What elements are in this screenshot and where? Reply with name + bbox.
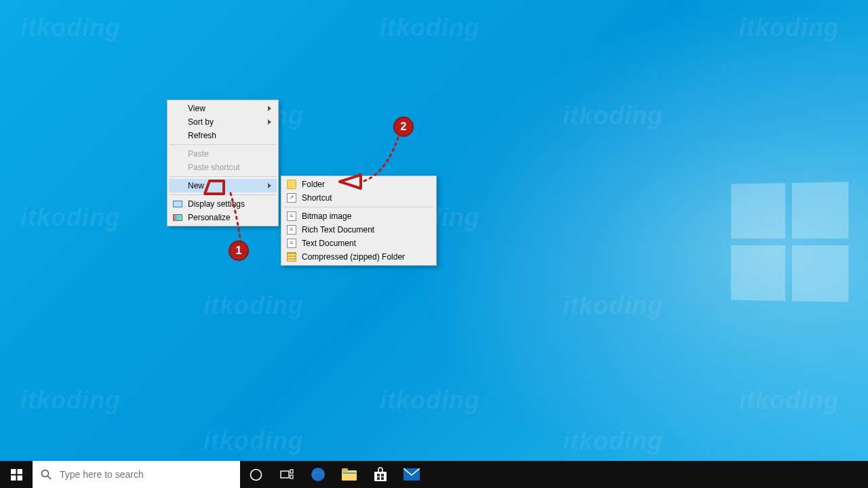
- chevron-right-icon: [268, 119, 271, 125]
- annotation-badge-1: 1: [229, 241, 249, 261]
- store-icon: [373, 467, 388, 482]
- svg-rect-8: [290, 470, 293, 473]
- taskbar: [0, 461, 868, 488]
- submenu-item-rtf[interactable]: Rich Text Document: [283, 223, 435, 237]
- shortcut-icon: [286, 192, 297, 203]
- chevron-right-icon: [268, 183, 271, 188]
- menu-item-label: Shortcut: [302, 193, 332, 203]
- menu-item-display-settings[interactable]: Display settings: [169, 197, 277, 211]
- menu-item-paste: Paste: [169, 147, 277, 161]
- annotation-badge-2: 2: [393, 117, 414, 137]
- svg-rect-11: [342, 470, 357, 481]
- taskbar-search[interactable]: [33, 461, 240, 488]
- svg-rect-14: [374, 472, 387, 481]
- personalize-icon: [172, 212, 183, 223]
- taskbar-app-explorer[interactable]: [334, 461, 365, 488]
- menu-item-sort-by[interactable]: Sort by: [169, 115, 277, 129]
- svg-rect-2: [11, 475, 16, 481]
- svg-rect-3: [17, 475, 22, 481]
- task-view-button[interactable]: [271, 461, 302, 488]
- svg-point-10: [311, 468, 325, 481]
- start-button[interactable]: [0, 461, 33, 488]
- menu-item-label: Display settings: [188, 199, 245, 209]
- menu-item-view[interactable]: View: [169, 102, 277, 115]
- svg-point-6: [250, 469, 261, 480]
- menu-separator: [170, 195, 276, 195]
- menu-item-label: Paste shortcut: [188, 163, 240, 172]
- search-icon: [41, 469, 52, 480]
- menu-item-refresh[interactable]: Refresh: [169, 129, 277, 142]
- search-input[interactable]: [60, 469, 232, 480]
- menu-item-label: Personalize: [188, 213, 231, 222]
- windows-logo-wallpaper: [731, 182, 848, 302]
- chevron-right-icon: [268, 106, 271, 111]
- taskbar-app-mail[interactable]: [396, 461, 427, 488]
- svg-rect-13: [342, 472, 356, 474]
- task-view-icon: [280, 469, 294, 480]
- submenu-item-txt[interactable]: Text Document: [283, 237, 435, 250]
- folder-icon: [286, 179, 297, 190]
- badge-label: 1: [236, 245, 242, 257]
- submenu-item-bitmap[interactable]: Bitmap image: [283, 209, 435, 223]
- submenu-item-shortcut[interactable]: Shortcut: [283, 191, 435, 205]
- file-icon: [286, 224, 297, 235]
- badge-label: 2: [401, 121, 407, 133]
- menu-item-new[interactable]: New: [169, 179, 277, 192]
- menu-item-label: Rich Text Document: [302, 225, 374, 235]
- svg-rect-1: [17, 469, 22, 474]
- folder-icon: [342, 468, 357, 481]
- new-submenu: Folder Shortcut Bitmap image Rich Text D…: [281, 176, 437, 266]
- zip-icon: [286, 251, 297, 262]
- file-icon: [286, 211, 297, 222]
- menu-item-label: Folder: [302, 180, 325, 189]
- circle-icon: [250, 468, 262, 481]
- menu-separator: [283, 207, 434, 207]
- svg-rect-12: [342, 468, 348, 472]
- menu-item-label: Compressed (zipped) Folder: [302, 252, 405, 262]
- menu-item-label: Sort by: [188, 117, 214, 127]
- file-icon: [286, 238, 297, 249]
- svg-rect-9: [290, 475, 293, 479]
- windows-icon: [11, 469, 22, 481]
- svg-rect-18: [381, 477, 384, 480]
- mail-icon: [403, 468, 420, 481]
- desktop-context-menu: View Sort by Refresh Paste Paste shortcu…: [167, 100, 279, 226]
- edge-icon: [310, 466, 326, 483]
- display-icon: [172, 199, 183, 209]
- menu-separator: [170, 144, 276, 145]
- submenu-item-zip[interactable]: Compressed (zipped) Folder: [283, 250, 435, 264]
- menu-item-label: Paste: [188, 149, 209, 159]
- menu-item-label: Refresh: [188, 131, 216, 140]
- submenu-item-folder[interactable]: Folder: [283, 178, 435, 191]
- menu-item-label: Bitmap image: [302, 211, 351, 221]
- taskbar-app-store[interactable]: [365, 461, 396, 488]
- menu-item-label: Text Document: [302, 239, 356, 248]
- svg-rect-15: [377, 474, 380, 476]
- svg-line-5: [48, 476, 52, 480]
- svg-point-4: [42, 470, 49, 477]
- cortana-button[interactable]: [240, 461, 271, 488]
- svg-rect-17: [377, 477, 380, 480]
- menu-separator: [170, 176, 276, 177]
- svg-rect-0: [11, 469, 16, 474]
- menu-item-personalize[interactable]: Personalize: [169, 211, 277, 224]
- menu-item-label: New: [188, 181, 204, 190]
- menu-item-paste-shortcut: Paste shortcut: [169, 161, 277, 174]
- svg-rect-7: [281, 471, 289, 478]
- taskbar-app-edge[interactable]: [302, 461, 334, 488]
- menu-item-label: View: [188, 104, 205, 113]
- svg-rect-16: [381, 474, 384, 476]
